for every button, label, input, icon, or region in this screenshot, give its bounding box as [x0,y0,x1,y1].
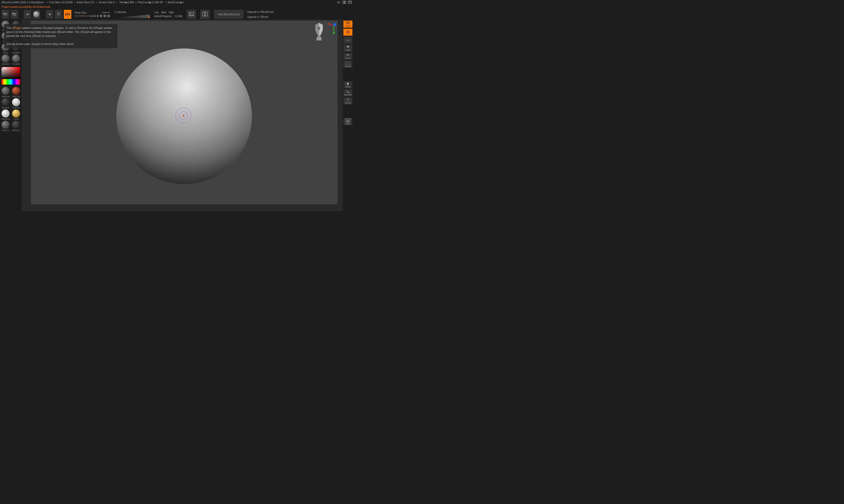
svg-point-6 [57,15,60,16]
magnifier-icon [346,90,350,93]
grid-icon [346,120,350,123]
color-swatch-icon [1,67,3,69]
z-intensity-label: Z Intensity [114,11,150,14]
polycount: PolyCount▶11.066 KP [138,1,163,4]
frame-button[interactable]: Frame [343,61,353,68]
draw-size-slider[interactable] [75,15,110,17]
svg-marker-19 [333,32,335,34]
material-gold[interactable]: Gold [11,109,21,120]
title-bar: ZBrushCoreMini 2020.1.6 NewSphere • Free… [0,0,353,4]
material-ball-icon [1,121,10,129]
svg-rect-10 [205,12,207,16]
window-icon-2[interactable] [348,1,352,4]
svg-point-31 [346,90,348,92]
svg-marker-13 [316,36,322,40]
svg-rect-9 [203,12,205,16]
res-low[interactable]: Low [154,11,159,14]
res-med[interactable]: Med [161,11,166,14]
rotate-button[interactable]: Rotate [343,97,353,105]
save-button[interactable] [11,10,18,19]
gizmo-toggle-button[interactable] [343,29,353,36]
material-ball-icon [12,87,20,95]
timer: Timer▶0.008 [119,1,134,4]
hand-icon [346,82,350,85]
right-panel: Persp XYZ Local Floor Frame Move Zoom3D [343,20,353,211]
draw-size-control[interactable]: Draw Size Dynamic [75,11,110,17]
brush-slash3[interactable]: Slash3 [0,54,11,65]
visit-zbrushcentral-button[interactable]: Visit ZBrushCentral [214,10,244,19]
material-palette: MatCapMatCapBasicMToyPlasSkinShaGoldFlat… [0,87,21,131]
viewport[interactable] [31,21,338,204]
brush-ball-icon [1,54,10,62]
sphere-mesh[interactable] [116,49,252,184]
import-arrow-button[interactable] [24,10,31,19]
floor-button[interactable]: Floor [343,53,353,60]
resolution-control: Low Med High ActivePolygons: 11,066 [154,11,182,18]
color-picker[interactable] [1,67,20,85]
brush-cursor-center-icon [183,115,184,116]
res-high[interactable]: High [169,11,174,14]
svg-rect-17 [333,23,336,26]
export-arrow-button[interactable] [46,10,53,19]
material-matcap[interactable]: MatCap [11,87,21,98]
active-mem: Active Mem 571 [77,1,95,4]
sphere-preset-button[interactable] [33,10,40,19]
svg-point-8 [190,13,191,14]
svg-point-27 [348,46,349,47]
window-icon-1[interactable] [343,1,346,4]
cylinder-button[interactable] [55,10,62,19]
material-ball-icon [12,121,20,129]
svg-marker-16 [328,23,329,25]
open-button[interactable] [1,10,9,19]
meshcount: MeshCount▶1 [168,1,184,4]
material-basicm[interactable]: BasicM [0,98,11,109]
scratch-disk: Scratch Disk 0 [98,1,114,4]
dynamic-label: Dynamic [102,11,110,14]
free-mem: Free Mem 15.812GB [49,1,73,4]
svg-point-25 [348,32,348,33]
zoom-button[interactable]: Zoom3D [343,89,353,96]
svg-rect-2 [348,1,352,3]
canvas-area [22,20,343,211]
view-button[interactable] [200,10,210,19]
material-ball-icon [1,87,10,95]
xyz-button[interactable]: XYZ [343,37,353,44]
z-intensity-control[interactable]: Z Intensity [114,11,150,18]
draw-size-label: Draw Size [75,11,86,14]
material-flat co[interactable]: Flat Co [0,121,11,131]
left-panel: StandaClayBInflatPinchMoveSnakeHSlash3hP… [0,20,22,211]
ac-indicator: AC [337,1,341,4]
local-button[interactable]: Local [343,45,353,52]
svg-line-32 [348,92,349,93]
material-matcap[interactable]: MatCap [0,87,11,98]
image-button[interactable] [187,10,196,19]
active-poly-value: 11,066 [175,15,182,18]
svg-rect-1 [345,1,346,3]
linefill-button[interactable]: Line Fill PolyF [343,118,353,125]
move-button[interactable]: Move [343,82,353,88]
z-intensity-slider[interactable] [114,15,150,18]
main-toolbar: Draw Size Dynamic Z Intensity Low Med Hi… [0,9,353,20]
symmetry-button[interactable] [64,10,71,19]
color-cursor-icon [5,68,6,69]
status-bar: Project loaded successfully in 0.323 sec… [0,4,353,9]
material-toyplas[interactable]: ToyPlas [11,98,21,109]
material-ball-icon [1,98,10,106]
upgrade-zbrushcore-link[interactable]: Upgrade to ZBrushCore [247,10,274,14]
upgrade-zbrush-link[interactable]: Upgrade to ZBrush [247,15,274,19]
app-title: ZBrushCoreMini 2020.1.6 NewSphere [1,1,44,4]
material-skinsha[interactable]: SkinSha [0,109,11,120]
material-silverfo[interactable]: SilverFo [11,121,21,131]
head-preview-icon[interactable] [313,22,325,42]
tooltip-box: The ZPlugin palette contains ZScripted p… [4,24,118,48]
rotate-icon [346,98,350,102]
material-ball-icon [12,109,20,118]
persp-button[interactable]: Persp [343,21,353,28]
material-ball-icon [1,109,10,118]
svg-rect-0 [343,1,344,3]
axis-gizmo-icon[interactable] [326,21,336,36]
brush-hpolish[interactable]: hPolish [11,54,21,65]
brush-ball-icon [12,54,20,62]
active-poly-label: ActivePolygons: [154,15,172,18]
material-ball-icon [12,98,20,106]
